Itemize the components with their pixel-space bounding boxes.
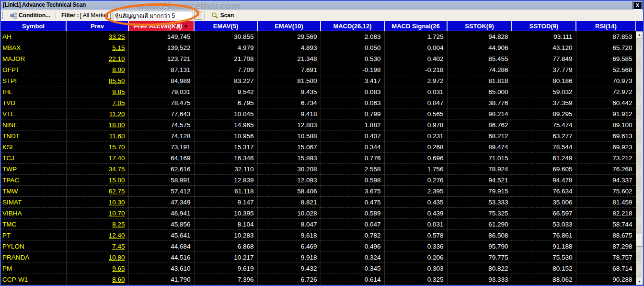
signal-filter-combobox[interactable]: หุ้นสัญญาณดี มากกว่า 5 — [113, 11, 193, 20]
cell-prev[interactable]: 22.10 — [66, 53, 128, 64]
cell-prev[interactable]: 11.60 — [66, 131, 128, 142]
cell-prev[interactable]: 8.60 — [66, 274, 128, 285]
cell-prev[interactable]: 10.70 — [66, 208, 128, 219]
table-row[interactable]: TNDT11.6074,12810.95610.5880.4070.23168.… — [1, 131, 636, 142]
column-header-rsi[interactable]: RSI(14) — [576, 21, 636, 31]
table-row[interactable]: TWP34.7562,61632.11030.2082.5581.75678.9… — [1, 164, 636, 175]
cell-prev[interactable]: 15.70 — [66, 142, 128, 153]
title-bar[interactable]: [Link1] Advance Technical Scan X — [1, 1, 643, 10]
cell-emav10: 58.406 — [257, 186, 321, 197]
cell-prev[interactable]: 62.75 — [66, 186, 128, 197]
cell-symbol: MAJOR — [1, 53, 66, 64]
table-row[interactable]: MAJOR22.10123,72121.70821.3480.5300.4028… — [1, 53, 636, 64]
cell-emav5: 16.346 — [194, 153, 257, 164]
table-row[interactable]: GFPT8.0087,1317.7097.691-0.198-0.21874.2… — [1, 64, 636, 75]
table-row[interactable]: VTE11.2077,64310.0459.4180.7990.56598.21… — [1, 108, 636, 119]
cell-rsi: 69.923 — [576, 142, 636, 153]
cell-macd: 0.063 — [321, 97, 384, 108]
scrollbar-thumb[interactable] — [636, 234, 643, 247]
cell-prev[interactable]: 9.85 — [66, 86, 128, 97]
cell-sstod: 61.249 — [512, 153, 576, 164]
cell-prev[interactable]: 33.25 — [66, 31, 128, 42]
table-row[interactable]: SIMAT10.3047,3499.1478.8210.4750.43553.3… — [1, 197, 636, 208]
cell-sstok: 38.776 — [447, 97, 512, 108]
cell-emav10: 15.067 — [257, 142, 321, 153]
cell-macdsig: 1.725 — [384, 31, 447, 42]
cell-accval: 73,191 — [128, 142, 194, 153]
cell-prev[interactable]: 10.80 — [66, 252, 128, 263]
column-header-symbol[interactable]: Symbol — [1, 21, 66, 31]
table-row[interactable]: TMC8.2545,8568.1048.0470.0470.03161.2905… — [1, 219, 636, 230]
column-header-emav5[interactable]: EMAV(5) — [194, 21, 257, 31]
cell-sstok: 71.015 — [447, 153, 512, 164]
cell-prev[interactable]: 7.45 — [66, 241, 128, 252]
table-row[interactable]: TCJ17.4064,16916.34615.8930.7760.69671.0… — [1, 153, 636, 164]
cell-symbol: IHL — [1, 86, 66, 97]
cell-rsi: 90.288 — [576, 274, 636, 285]
cell-accval: 77,643 — [128, 108, 194, 119]
cell-prev[interactable]: 17.40 — [66, 153, 128, 164]
column-header-accval[interactable]: Prev AccVal(K฿)▼ — [128, 21, 194, 31]
table-row[interactable]: NINE18.0074,57514.96512.8031.8820.97886.… — [1, 119, 636, 131]
table-row[interactable]: TPAC15.0058,99112.83912.0930.5980.27694.… — [1, 175, 636, 186]
scan-button[interactable]: Scan — [208, 12, 238, 19]
table-row[interactable]: PM9.6543,6109.6199.4320.3450.30380.82280… — [1, 263, 636, 274]
condition-button[interactable]: Condition... — [7, 12, 54, 19]
cell-prev[interactable]: 10.30 — [66, 197, 128, 208]
table-row[interactable]: MBAX5.15139,5224.9794.8930.0500.00444.90… — [1, 42, 636, 53]
table-row[interactable]: TVD7.0578,4756.7956.7340.0630.04738.7763… — [1, 97, 636, 108]
cell-symbol: TNDT — [1, 131, 66, 142]
cell-macd: 0.799 — [321, 108, 384, 119]
cell-prev[interactable]: 9.65 — [66, 263, 128, 274]
cell-prev[interactable]: 11.20 — [66, 108, 128, 119]
cell-emav10: 15.893 — [257, 153, 321, 164]
column-header-sstod[interactable]: SSTOD(9) — [512, 21, 576, 31]
table-row[interactable]: KSL15.7073,19115.31715.0670.3440.26889.4… — [1, 142, 636, 153]
cell-prev[interactable]: 8.25 — [66, 219, 128, 230]
column-header-prev[interactable]: Prev — [66, 21, 128, 31]
scroll-up-icon[interactable]: ▲ — [636, 31, 643, 38]
cell-accval: 84,989 — [128, 75, 194, 86]
scan-results-table: SymbolPrevPrev AccVal(K฿)▼EMAV(5)EMAV(10… — [1, 21, 636, 285]
cell-macdsig: 0.031 — [384, 219, 447, 230]
condition-icon — [10, 12, 17, 19]
cell-macd: 1.882 — [321, 119, 384, 131]
cell-emav10: 9.618 — [257, 230, 321, 241]
cell-prev[interactable]: 8.00 — [66, 64, 128, 75]
toolbar-grip[interactable] — [2, 12, 5, 19]
filter-market-value[interactable]: [ All Market ] — [80, 12, 112, 19]
cell-rsi: 52.568 — [576, 64, 636, 75]
table-row[interactable]: PT12.4045,64110.2839.6180.7820.57886.508… — [1, 230, 636, 241]
cell-prev[interactable]: 34.75 — [66, 164, 128, 175]
column-header-sstok[interactable]: SSTOK(9) — [447, 21, 512, 31]
table-row[interactable]: STPI85.5084,98983.22781.5003.4172.97281.… — [1, 75, 636, 86]
column-header-macdsig[interactable]: MACD Signal(26 — [384, 21, 447, 31]
cell-macdsig: 0.565 — [384, 108, 447, 119]
table-row[interactable]: PYLON7.4544,6846.8686.4690.4960.33695.79… — [1, 241, 636, 252]
cell-prev[interactable]: 18.00 — [66, 119, 128, 131]
cell-macd: 0.776 — [321, 153, 384, 164]
vertical-scrollbar[interactable]: ▲ ▼ — [636, 31, 643, 285]
table-row[interactable]: CCP-W18.6041,7907.3966.7260.6140.32593.3… — [1, 274, 636, 285]
scroll-down-icon[interactable]: ▼ — [636, 278, 643, 285]
cell-prev[interactable]: 5.15 — [66, 42, 128, 53]
column-header-macd[interactable]: MACD(26,12) — [321, 21, 384, 31]
table-row[interactable]: VIBHA10.7046,94110.39510.0280.5890.43975… — [1, 208, 636, 219]
column-header-emav10[interactable]: EMAV(10) — [257, 21, 321, 31]
cell-prev[interactable]: 12.40 — [66, 230, 128, 241]
combo-dropdown-arrow[interactable]: ▼ — [194, 11, 202, 20]
cell-sstod: 93.111 — [512, 31, 576, 42]
cell-prev[interactable]: 15.00 — [66, 175, 128, 186]
cell-prev[interactable]: 85.50 — [66, 75, 128, 86]
table-row[interactable]: AH33.25149,74530.85529.5692.0831.72594.8… — [1, 31, 636, 42]
cell-sstok: 61.290 — [447, 219, 512, 230]
close-button[interactable]: X — [633, 1, 642, 10]
table-row[interactable]: PRANDA10.8044,51610.2179.9180.3240.20679… — [1, 252, 636, 263]
cell-sstod: 35.006 — [512, 197, 576, 208]
cell-symbol: NINE — [1, 119, 66, 131]
table-row[interactable]: TMW62.7557,41261.11858.4063.6752.39579.9… — [1, 186, 636, 197]
table-row[interactable]: IHL9.8579,0319.5429.4350.0830.03165.0005… — [1, 86, 636, 97]
cell-accval: 45,641 — [128, 230, 194, 241]
cell-emav5: 10.045 — [194, 108, 257, 119]
cell-prev[interactable]: 7.05 — [66, 97, 128, 108]
